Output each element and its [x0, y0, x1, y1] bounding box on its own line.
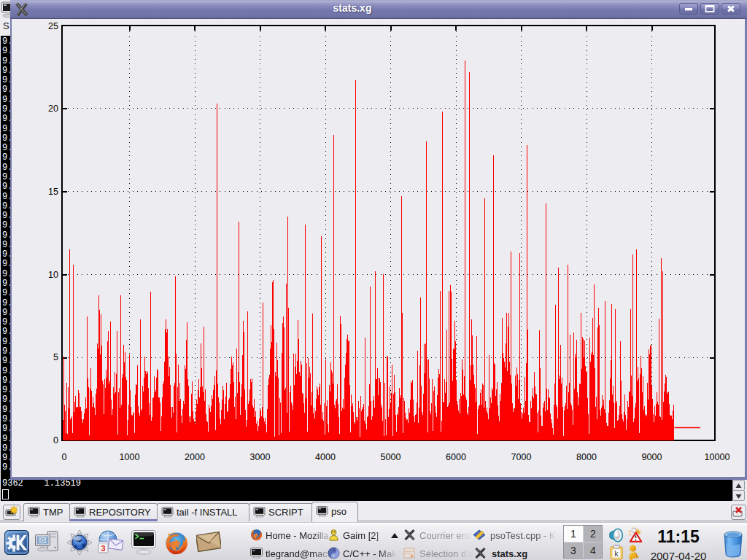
svg-text:0: 0: [62, 452, 67, 462]
svg-text:5: 5: [53, 352, 58, 362]
svg-text:9000: 9000: [642, 452, 662, 462]
svg-text:10: 10: [48, 270, 58, 280]
svg-text:0: 0: [53, 435, 58, 446]
svg-text:15: 15: [48, 187, 58, 197]
svg-text:8000: 8000: [576, 452, 597, 462]
svg-text:20: 20: [48, 104, 58, 114]
svg-text:k: k: [614, 549, 619, 558]
svg-text:3: 3: [101, 544, 105, 553]
svg-text:4000: 4000: [315, 452, 336, 462]
svg-text:2000: 2000: [185, 452, 205, 462]
svg-text:6000: 6000: [446, 452, 466, 462]
svg-text:25: 25: [48, 21, 58, 31]
svg-text:5000: 5000: [381, 452, 401, 462]
svg-text:1000: 1000: [120, 452, 140, 462]
svg-text:7000: 7000: [511, 452, 532, 462]
svg-text:10000: 10000: [705, 452, 730, 462]
svg-text:3000: 3000: [250, 452, 271, 462]
